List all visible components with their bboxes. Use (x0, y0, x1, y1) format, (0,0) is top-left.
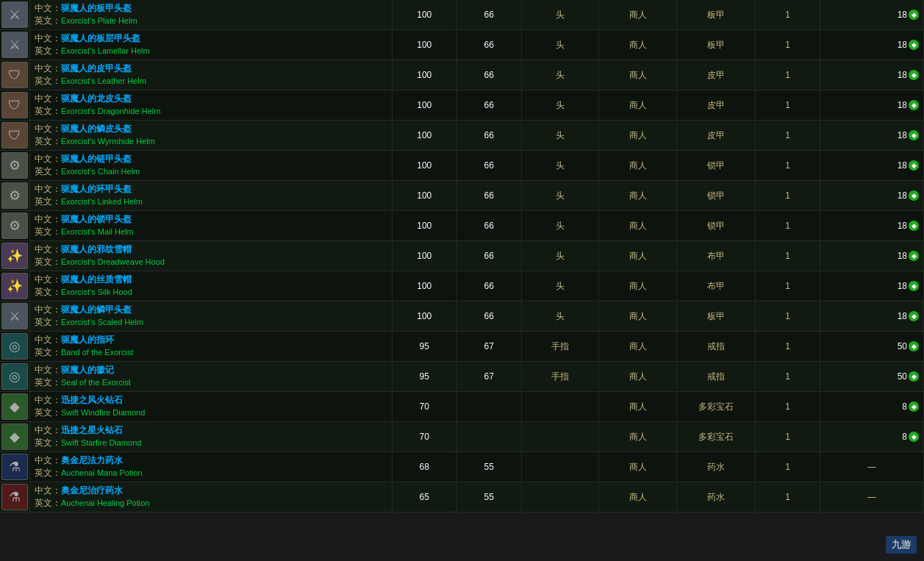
item-level-cell: 95 (392, 332, 456, 362)
table-row[interactable]: ⚙ 中文：驱魔人的链甲头盔 英文：Exorcist's Chain Helm 1… (0, 151, 924, 181)
table-row[interactable]: ✨ 中文：驱魔人的丝质雪帽 英文：Exorcist's Silk Hood 10… (0, 271, 924, 301)
item-name-en-row: 英文：Exorcist's Scaled Helm (35, 316, 387, 329)
table-row[interactable]: ⚔ 中文：驱魔人的板甲头盔 英文：Exorcist's Plate Helm 1… (0, 0, 924, 30)
item-en-name[interactable]: Exorcist's Mail Helm (61, 227, 134, 236)
item-name-zh-row: 中文：奥金尼法力药水 (35, 454, 387, 467)
source-cell: 商人 (599, 90, 677, 121)
item-name-zh-row: 中文：驱魔人的环甲头盔 (35, 183, 387, 196)
item-en-name[interactable]: Exorcist's Dreadweave Hood (61, 257, 165, 266)
req-level-cell: 66 (456, 151, 521, 181)
item-zh-name[interactable]: 驱魔人的鳞皮头盔 (61, 124, 132, 134)
item-zh-name[interactable]: 驱魔人的邪纹雪帽 (61, 244, 132, 254)
slot-cell (521, 392, 599, 422)
type-cell: 皮甲 (676, 60, 755, 90)
price-cell: 18 ◆ (820, 121, 924, 151)
table-row[interactable]: 🛡 中文：驱魔人的鳞皮头盔 英文：Exorcist's Wyrmhide Hel… (0, 121, 924, 151)
stack-cell: 1 (756, 60, 820, 90)
type-cell: 戒指 (676, 332, 755, 362)
item-zh-name[interactable]: 驱魔人的板层甲头盔 (61, 33, 140, 43)
item-name-zh-row: 中文：奥金尼治疗药水 (35, 485, 387, 497)
item-name-en-row: 英文：Exorcist's Leather Helm (35, 75, 387, 87)
item-name-en-row: 英文：Exorcist's Mail Helm (35, 226, 387, 238)
item-name-cell: 中文：驱魔人的锁甲头盔 英文：Exorcist's Mail Helm (30, 211, 393, 241)
item-en-name[interactable]: Exorcist's Wyrmhide Helm (61, 137, 155, 146)
item-name-en-row: 英文：Exorcist's Plate Helm (35, 15, 387, 27)
table-row[interactable]: 🛡 中文：驱魔人的龙皮头盔 英文：Exorcist's Dragonhide H… (0, 90, 924, 121)
item-icon-cell: 🛡 (0, 60, 30, 90)
en-label: 英文： (35, 377, 61, 387)
item-en-name[interactable]: Exorcist's Lamellar Helm (61, 46, 150, 55)
item-en-name[interactable]: Exorcist's Dragonhide Helm (61, 107, 160, 115)
item-level-cell: 100 (392, 151, 456, 181)
item-en-name[interactable]: Swift Starfire Diamond (61, 438, 141, 447)
item-name-cell: 中文：迅捷之风火钻石 英文：Swift Windfire Diamond (30, 392, 393, 422)
zh-label: 中文： (35, 455, 61, 465)
source-cell: 商人 (599, 181, 677, 211)
item-icon-cell: ⚔ (0, 301, 30, 332)
stack-cell: 1 (756, 241, 820, 271)
item-en-name[interactable]: Auchenai Mana Potion (61, 468, 143, 477)
stack-cell: 1 (756, 151, 820, 181)
table-row[interactable]: ◆ 中文：迅捷之星火钻石 英文：Swift Starfire Diamond 7… (0, 422, 924, 452)
item-zh-name[interactable]: 奥金尼法力药水 (61, 455, 123, 465)
item-name-cell: 中文：驱魔人的鳞甲头盔 英文：Exorcist's Scaled Helm (30, 301, 393, 332)
item-zh-name[interactable]: 驱魔人的徽记 (61, 365, 114, 375)
price-cell: 18 ◆ (820, 90, 924, 121)
item-icon-cell: ⚗ (0, 482, 30, 512)
item-zh-name[interactable]: 奥金尼治疗药水 (61, 485, 123, 496)
item-zh-name[interactable]: 迅捷之星火钻石 (61, 425, 123, 435)
en-label: 英文： (35, 317, 61, 327)
table-row[interactable]: ◎ 中文：驱魔人的指环 英文：Band of the Exorcist 95 6… (0, 332, 924, 362)
table-row[interactable]: 🛡 中文：驱魔人的皮甲头盔 英文：Exorcist's Leather Helm… (0, 60, 924, 90)
item-icon-cell: ◆ (0, 422, 30, 452)
item-en-name[interactable]: Auchenai Healing Potion (61, 499, 149, 507)
item-en-name[interactable]: Exorcist's Leather Helm (61, 76, 146, 85)
table-row[interactable]: ✨ 中文：驱魔人的邪纹雪帽 英文：Exorcist's Dreadweave H… (0, 241, 924, 271)
item-en-name[interactable]: Seal of the Exorcist (61, 378, 131, 387)
item-level-cell: 100 (392, 0, 456, 30)
req-level-cell: 66 (456, 181, 521, 211)
table-row[interactable]: ⚗ 中文：奥金尼法力药水 英文：Auchenai Mana Potion 68 … (0, 452, 924, 482)
item-zh-name[interactable]: 驱魔人的皮甲头盔 (61, 63, 132, 74)
item-name-en-row: 英文：Auchenai Healing Potion (35, 497, 387, 510)
type-cell: 多彩宝石 (676, 392, 755, 422)
item-en-name[interactable]: Exorcist's Silk Hood (61, 287, 132, 296)
table-row[interactable]: ⚔ 中文：驱魔人的板层甲头盔 英文：Exorcist's Lamellar He… (0, 30, 924, 60)
table-row[interactable]: ⚔ 中文：驱魔人的鳞甲头盔 英文：Exorcist's Scaled Helm … (0, 301, 924, 332)
item-level-cell: 95 (392, 362, 456, 392)
item-zh-name[interactable]: 驱魔人的指环 (61, 335, 114, 345)
item-en-name[interactable]: Exorcist's Plate Helm (61, 16, 137, 25)
item-name-zh-row: 中文：迅捷之风火钻石 (35, 394, 387, 407)
table-row[interactable]: ◎ 中文：驱魔人的徽记 英文：Seal of the Exorcist 95 6… (0, 362, 924, 392)
price-cell: 50 ◆ (820, 362, 924, 392)
table-row[interactable]: ◆ 中文：迅捷之风火钻石 英文：Swift Windfire Diamond 7… (0, 392, 924, 422)
item-name-cell: 中文：驱魔人的龙皮头盔 英文：Exorcist's Dragonhide Hel… (30, 90, 393, 121)
table-row[interactable]: ⚙ 中文：驱魔人的锁甲头盔 英文：Exorcist's Mail Helm 10… (0, 211, 924, 241)
item-zh-name[interactable]: 驱魔人的链甲头盔 (61, 154, 132, 164)
item-en-name[interactable]: Exorcist's Linked Helm (61, 197, 143, 206)
req-level-cell: 55 (456, 452, 521, 482)
source-cell: 商人 (599, 271, 677, 301)
stack-cell: 1 (756, 0, 820, 30)
stack-cell: 1 (756, 362, 820, 392)
table-row[interactable]: ⚙ 中文：驱魔人的环甲头盔 英文：Exorcist's Linked Helm … (0, 181, 924, 211)
item-name-zh-row: 中文：驱魔人的龙皮头盔 (35, 93, 387, 105)
item-zh-name[interactable]: 迅捷之风火钻石 (61, 395, 123, 405)
item-en-name[interactable]: Exorcist's Chain Helm (61, 167, 140, 176)
item-zh-name[interactable]: 驱魔人的锁甲头盔 (61, 214, 132, 224)
type-cell: 锁甲 (676, 181, 755, 211)
item-en-name[interactable]: Swift Windfire Diamond (61, 408, 145, 417)
req-level-cell: 66 (456, 90, 521, 121)
item-zh-name[interactable]: 驱魔人的龙皮头盔 (61, 93, 132, 104)
item-zh-name[interactable]: 驱魔人的丝质雪帽 (61, 274, 132, 285)
item-name-en-row: 英文：Exorcist's Wyrmhide Helm (35, 135, 387, 148)
item-en-name[interactable]: Exorcist's Scaled Helm (61, 318, 143, 326)
item-name-en-row: 英文：Swift Starfire Diamond (35, 437, 387, 449)
item-zh-name[interactable]: 驱魔人的环甲头盔 (61, 184, 132, 194)
item-en-name[interactable]: Band of the Exorcist (61, 348, 133, 357)
item-zh-name[interactable]: 驱魔人的鳞甲头盔 (61, 304, 132, 315)
table-row[interactable]: ⚗ 中文：奥金尼治疗药水 英文：Auchenai Healing Potion … (0, 482, 924, 512)
type-cell: 布甲 (676, 271, 755, 301)
item-zh-name[interactable]: 驱魔人的板甲头盔 (61, 3, 132, 13)
item-name-en-row: 英文：Exorcist's Linked Helm (35, 196, 387, 208)
